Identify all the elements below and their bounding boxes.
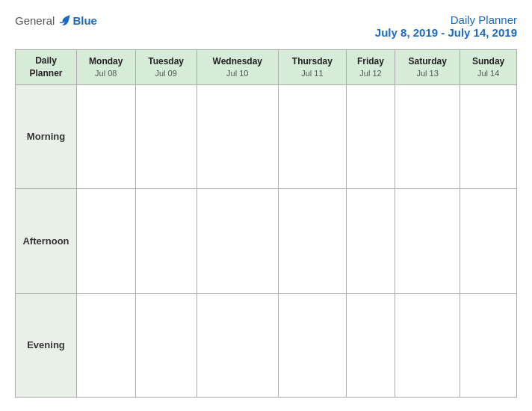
- logo: General Blue: [15, 13, 97, 27]
- col-saturday: Saturday Jul 13: [395, 50, 460, 85]
- evening-wednesday[interactable]: [197, 293, 278, 397]
- evening-friday[interactable]: [346, 293, 395, 397]
- morning-row: Morning: [16, 84, 517, 188]
- logo-area: General Blue: [15, 13, 97, 27]
- col-tuesday: Tuesday Jul 09: [135, 50, 197, 85]
- col-monday: Monday Jul 08: [77, 50, 136, 85]
- wednesday-date: Jul 10: [200, 68, 275, 79]
- afternoon-wednesday[interactable]: [197, 189, 278, 293]
- logo-general-text: General: [15, 14, 55, 27]
- thursday-name: Thursday: [282, 55, 343, 68]
- sunday-name: Sunday: [463, 55, 513, 68]
- header-daily: Daily: [19, 55, 73, 67]
- afternoon-sunday[interactable]: [460, 189, 517, 293]
- col-thursday: Thursday Jul 11: [278, 50, 346, 85]
- morning-saturday[interactable]: [395, 84, 460, 188]
- afternoon-monday[interactable]: [77, 189, 136, 293]
- sunday-date: Jul 14: [463, 68, 513, 79]
- calendar-table: Daily Planner Monday Jul 08 Tuesday Jul …: [15, 49, 517, 398]
- morning-thursday[interactable]: [278, 84, 346, 188]
- planner-title: Daily Planner: [375, 13, 517, 26]
- page-header: General Blue Daily Planner July 8, 2019 …: [15, 13, 517, 39]
- afternoon-tuesday[interactable]: [135, 189, 197, 293]
- afternoon-label: Afternoon: [16, 189, 77, 293]
- logo-bird-icon: [58, 13, 71, 27]
- saturday-date: Jul 13: [398, 68, 457, 79]
- evening-label: Evening: [16, 293, 77, 397]
- wednesday-name: Wednesday: [200, 55, 275, 68]
- monday-name: Monday: [80, 55, 132, 68]
- morning-monday[interactable]: [77, 84, 136, 188]
- col-wednesday: Wednesday Jul 10: [197, 50, 278, 85]
- tuesday-name: Tuesday: [139, 55, 194, 68]
- evening-row: Evening: [16, 293, 517, 397]
- friday-date: Jul 12: [350, 68, 392, 79]
- morning-wednesday[interactable]: [197, 84, 278, 188]
- header-label-cell: Daily Planner: [16, 50, 77, 85]
- morning-friday[interactable]: [346, 84, 395, 188]
- logo-blue-text: Blue: [72, 14, 97, 27]
- afternoon-thursday[interactable]: [278, 189, 346, 293]
- col-friday: Friday Jul 12: [346, 50, 395, 85]
- friday-name: Friday: [350, 55, 392, 68]
- afternoon-friday[interactable]: [346, 189, 395, 293]
- title-area: Daily Planner July 8, 2019 - July 14, 20…: [375, 13, 517, 39]
- evening-monday[interactable]: [77, 293, 136, 397]
- col-sunday: Sunday Jul 14: [460, 50, 517, 85]
- header-planner: Planner: [19, 67, 73, 80]
- thursday-date: Jul 11: [282, 68, 343, 79]
- morning-sunday[interactable]: [460, 84, 517, 188]
- morning-tuesday[interactable]: [135, 84, 197, 188]
- monday-date: Jul 08: [80, 68, 132, 79]
- date-range: July 8, 2019 - July 14, 2019: [375, 26, 517, 39]
- evening-thursday[interactable]: [278, 293, 346, 397]
- evening-sunday[interactable]: [460, 293, 517, 397]
- tuesday-date: Jul 09: [139, 68, 194, 79]
- morning-label: Morning: [16, 84, 77, 188]
- saturday-name: Saturday: [398, 55, 457, 68]
- afternoon-saturday[interactable]: [395, 189, 460, 293]
- evening-tuesday[interactable]: [135, 293, 197, 397]
- evening-saturday[interactable]: [395, 293, 460, 397]
- afternoon-row: Afternoon: [16, 189, 517, 293]
